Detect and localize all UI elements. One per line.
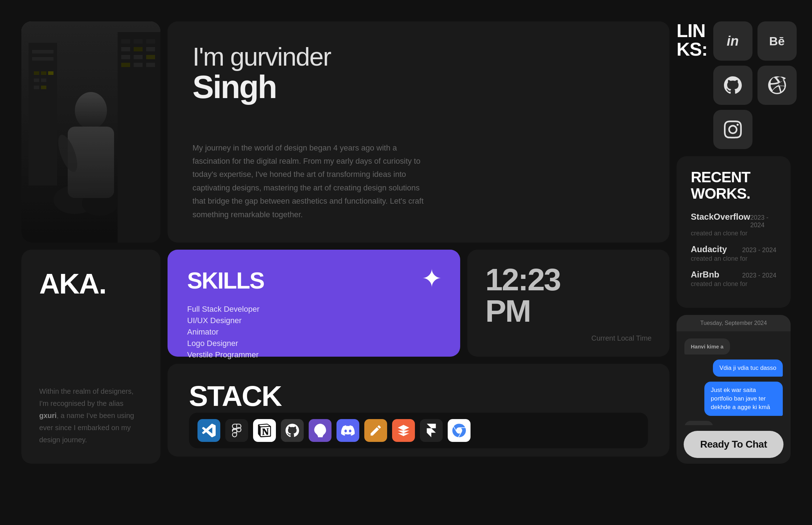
github-button[interactable] (713, 66, 752, 105)
page: I'm gurvinder Singh My journey in the wo… (0, 0, 812, 525)
work-year: 2023 - 2024 (742, 272, 776, 279)
time-card: 12:23 PM Current Local Time (467, 250, 669, 357)
skills-card: SKILLS ✦ Full Stack Developer UI/UX Desi… (168, 250, 460, 357)
skills-list: Full Stack Developer UI/UX Designer Anim… (187, 305, 441, 360)
chat-msg-received-1: Hanvi kime a (684, 338, 783, 355)
work-item-header: StackOverflow 2023 - 2024 (691, 212, 776, 229)
work-item-audacity: Audacity 2023 - 2024 created an clone fo… (691, 244, 776, 262)
right-column: LINKS: in Bē RECENTWORKS. (677, 21, 791, 464)
aka-description: Within the realm of designers, I'm recog… (39, 385, 143, 446)
skills-time-row: SKILLS ✦ Full Stack Developer UI/UX Desi… (168, 250, 669, 357)
behance-button[interactable]: Bē (757, 21, 797, 61)
skill-item: Verstile Programmer (187, 350, 441, 360)
links-grid: in Bē (713, 21, 797, 149)
stack-icon-notion[interactable] (253, 419, 276, 442)
greeting-text: I'm gurvinder (192, 43, 644, 71)
chat-date-header: Tuesday, September 2024 (677, 315, 791, 331)
recent-works-card: RECENTWORKS. StackOverflow 2023 - 2024 c… (677, 156, 791, 308)
work-name: AirBnb (691, 270, 719, 280)
stack-icon-discord[interactable] (336, 419, 359, 442)
stack-icon-github[interactable] (281, 419, 304, 442)
chat-messages: Hanvi kime a Vdia ji vdia tuc dasso Just… (677, 331, 791, 425)
work-item-stackoverflow: StackOverflow 2023 - 2024 created an clo… (691, 212, 776, 237)
stack-icons (189, 413, 648, 448)
intro-name: I'm gurvinder Singh (192, 43, 644, 114)
skill-item: UI/UX Designer (187, 316, 441, 325)
chat-bubble: Achea (684, 421, 713, 425)
stack-icon-chrome[interactable] (448, 419, 471, 442)
work-desc: created an clone for (691, 255, 776, 262)
links-label: LINKS: (677, 21, 708, 58)
work-item-header: Audacity 2023 - 2024 (691, 244, 776, 254)
work-item-header: AirBnb 2023 - 2024 (691, 270, 776, 280)
works-list: StackOverflow 2023 - 2024 created an clo… (691, 212, 776, 288)
aka-card: AKA. Within the realm of designers, I'm … (21, 250, 160, 464)
work-name: StackOverflow (691, 212, 750, 222)
intro-card: I'm gurvinder Singh My journey in the wo… (168, 21, 669, 243)
chat-card: Tuesday, September 2024 Hanvi kime a Vdi… (677, 315, 791, 464)
recent-works-title: RECENTWORKS. (691, 169, 776, 202)
chat-msg-received-2: Achea (684, 421, 783, 425)
name-text: Singh (192, 71, 644, 103)
sender-label: Hanvi kime a (691, 343, 724, 350)
sparkle-icon: ✦ (421, 264, 442, 293)
instagram-button[interactable] (713, 110, 752, 149)
photo-bg (21, 21, 160, 243)
col2-bottom: SKILLS ✦ Full Stack Developer UI/UX Desi… (168, 250, 669, 464)
skill-item: Full Stack Developer (187, 305, 441, 314)
dribbble-button[interactable] (757, 66, 797, 105)
stack-title: STACK (189, 380, 648, 413)
time-label: Current Local Time (485, 334, 652, 342)
svg-rect-30 (21, 21, 160, 243)
skill-item: Animator (187, 327, 441, 337)
work-name: Audacity (691, 244, 727, 254)
stack-icon-vscode[interactable] (197, 419, 220, 442)
chat-bubble: Vdia ji vdia tuc dasso (713, 360, 783, 377)
chat-bubble: Hanvi kime a (684, 338, 730, 355)
building-svg (21, 21, 160, 243)
work-desc: created an clone for (691, 280, 776, 288)
time-display-wrapper: 12:23 PM (485, 264, 652, 327)
intro-name-text: I'm gurvinder Singh (192, 43, 644, 103)
chat-bubble: Just ek war saita portfolio ban jave ter… (704, 382, 783, 416)
alias-name: gxuri (39, 412, 57, 419)
main-grid: I'm gurvinder Singh My journey in the wo… (21, 21, 791, 464)
work-item-airbnb: AirBnb 2023 - 2024 created an clone for (691, 270, 776, 288)
time-period: PM (485, 295, 652, 327)
intro-bio: My journey in the world of design began … (192, 141, 424, 221)
linkedin-button[interactable]: in (713, 21, 752, 61)
work-year: 2023 - 2024 (742, 246, 776, 254)
aka-title: AKA. (39, 267, 143, 300)
skill-item: Logo Designer (187, 339, 441, 348)
stack-card: STACK (168, 364, 669, 457)
skills-title: SKILLS (187, 267, 441, 294)
chat-footer: Ready To Chat (677, 425, 791, 464)
stack-icon-figma[interactable] (225, 419, 248, 442)
time-display: 12:23 (485, 264, 652, 295)
chat-msg-sent-2: Just ek war saita portfolio ban jave ter… (684, 382, 783, 416)
work-desc: created an clone for (691, 230, 776, 237)
stack-icon-principle[interactable] (392, 419, 415, 442)
stack-icon-framer[interactable] (420, 419, 443, 442)
stack-icon-pencil[interactable] (364, 419, 387, 442)
ready-to-chat-button[interactable]: Ready To Chat (684, 431, 783, 458)
photo-card (21, 21, 160, 243)
aka-card-wrapper: AKA. Within the realm of designers, I'm … (21, 250, 160, 464)
chat-msg-sent-1: Vdia ji vdia tuc dasso (684, 360, 783, 377)
stack-icon-obsidian[interactable] (309, 419, 332, 442)
links-section: LINKS: in Bē (677, 21, 791, 149)
work-year: 2023 - 2024 (750, 214, 776, 229)
